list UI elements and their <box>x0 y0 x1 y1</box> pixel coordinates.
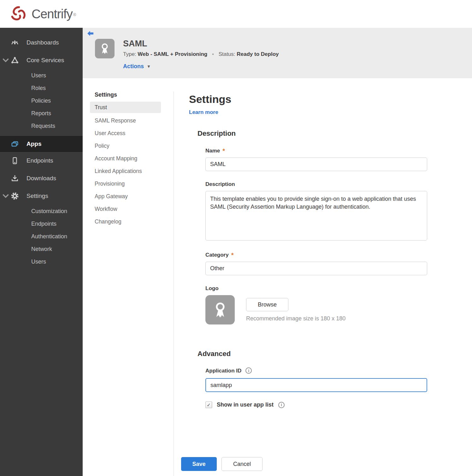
sidebar-item-dashboards[interactable]: Dashboards <box>0 34 83 51</box>
browse-button[interactable]: Browse <box>246 298 288 311</box>
logo-field: Logo <box>205 285 459 324</box>
status-value: Ready to Deploy <box>237 51 279 57</box>
info-icon[interactable]: i <box>278 402 285 408</box>
sidebar-item-label: Dashboards <box>27 39 59 46</box>
description-field: Description This template enables you to… <box>205 181 459 242</box>
settings-panel: Settings Learn more Description Name * <box>174 78 472 476</box>
subnav-item-app-gateway[interactable]: App Gateway <box>90 190 161 203</box>
sidebar-item-network[interactable]: Network <box>0 243 83 255</box>
type-label: Type: <box>123 51 136 57</box>
application-id-label: Application ID <box>205 368 241 374</box>
show-in-app-list-checkbox[interactable]: ✓ <box>205 402 212 408</box>
sidebar-item-apps[interactable]: Apps <box>0 136 83 152</box>
subnav-heading: Settings <box>95 92 174 98</box>
sidebar-item-label: Downloads <box>27 175 56 182</box>
logo-label: Logo <box>205 285 219 291</box>
chevron-down-icon[interactable] <box>2 192 10 200</box>
sidebar-item-authentication[interactable]: Authentication <box>0 230 83 243</box>
brand-name: Centrify <box>32 7 73 21</box>
subnav-item-label: Workflow <box>95 206 117 212</box>
advanced-section-heading: Advanced <box>198 350 459 358</box>
description-textarea[interactable]: This template enables you to provide sin… <box>205 191 427 241</box>
info-icon[interactable]: i <box>245 367 252 374</box>
sidebar-item-label: Apps <box>27 140 42 147</box>
save-button[interactable]: Save <box>181 457 217 471</box>
description-label: Description <box>205 181 235 187</box>
subnav-item-workflow[interactable]: Workflow <box>90 203 161 215</box>
sidebar-item-settings-endpoints[interactable]: Endpoints <box>0 217 83 230</box>
type-value: Web - SAML + Provisioning <box>138 51 207 57</box>
sidebar-item-endpoints[interactable]: Endpoints <box>0 152 83 170</box>
name-label: Name <box>205 148 220 154</box>
sidebar-item-core-services[interactable]: Core Services <box>0 51 83 69</box>
actions-label: Actions <box>123 63 144 70</box>
sidebar-item-customization[interactable]: Customization <box>0 205 83 217</box>
sidebar-item-label: Endpoints <box>27 157 53 164</box>
gear-icon <box>11 192 19 200</box>
subnav-item-user-access[interactable]: User Access <box>90 127 161 140</box>
sidebar-item-reports[interactable]: Reports <box>0 107 83 120</box>
meta-separator: • <box>212 51 214 57</box>
sidebar-subitem-label: Customization <box>31 208 67 215</box>
subnav-item-label: Changelog <box>95 218 121 225</box>
vertical-divider <box>174 92 174 476</box>
sidebar-subitem-label: Endpoints <box>31 221 56 227</box>
learn-more-link[interactable]: Learn more <box>189 109 218 116</box>
application-id-input[interactable] <box>205 378 427 392</box>
subnav-item-policy[interactable]: Policy <box>90 140 161 152</box>
download-icon <box>11 174 19 182</box>
required-asterisk: * <box>231 253 234 257</box>
sidebar-subitem-label: Policies <box>31 98 51 104</box>
category-input[interactable] <box>205 262 427 275</box>
sidebar-subitem-label: Network <box>31 246 52 253</box>
sidebar-subitem-label: Requests <box>31 123 55 129</box>
description-section-heading: Description <box>198 129 459 138</box>
cancel-button[interactable]: Cancel <box>221 457 263 471</box>
sidebar-subitem-label: Users <box>31 72 46 79</box>
chevron-down-icon[interactable] <box>2 56 10 64</box>
sidebar-item-settings-users[interactable]: Users <box>0 255 83 268</box>
show-in-app-list-label: Show in user app list <box>217 402 274 408</box>
status-label: Status: <box>219 51 235 57</box>
caret-down-icon: ▼ <box>147 64 151 69</box>
app-settings-subnav: Settings Trust SAML Response User Access… <box>83 78 174 476</box>
sidebar-item-roles[interactable]: Roles <box>0 82 83 94</box>
gauge-icon <box>11 39 19 47</box>
subnav-item-linked-applications[interactable]: Linked Applications <box>90 165 161 177</box>
subnav-item-label: Policy <box>95 143 109 149</box>
name-input[interactable] <box>205 158 427 171</box>
sidebar-item-downloads[interactable]: Downloads <box>0 170 83 187</box>
sidebar-item-label: Settings <box>27 193 48 199</box>
category-field: Category * <box>205 252 459 275</box>
sidebar-item-requests[interactable]: Requests <box>0 120 83 132</box>
name-field: Name * <box>205 148 459 171</box>
application-id-field: Application ID i <box>205 367 459 392</box>
sidebar-subitem-label: Authentication <box>31 233 67 240</box>
app-header: SAML Type: Web - SAML + Provisioning • S… <box>83 28 472 78</box>
subnav-item-label: Trust <box>95 104 107 111</box>
subnav-item-label: App Gateway <box>95 193 128 200</box>
description-section: Description Name * Description <box>198 129 459 324</box>
sidebar-item-policies[interactable]: Policies <box>0 94 83 107</box>
registered-mark: ® <box>73 12 76 17</box>
subnav-item-changelog[interactable]: Changelog <box>90 215 161 228</box>
actions-dropdown[interactable]: Actions ▼ <box>123 63 151 70</box>
page-title: Settings <box>189 93 459 105</box>
brand-logo: Centrify® <box>9 5 76 23</box>
subnav-item-account-mapping[interactable]: Account Mapping <box>90 152 161 165</box>
subnav-item-label: SAML Response <box>95 117 136 124</box>
subnav-item-label: Account Mapping <box>95 155 137 162</box>
sidebar-item-settings[interactable]: Settings <box>0 187 83 205</box>
subnav-item-label: Linked Applications <box>95 168 142 175</box>
sidebar-subitem-label: Users <box>31 259 46 265</box>
subnav-item-trust[interactable]: Trust <box>90 102 161 113</box>
subnav-item-provisioning[interactable]: Provisioning <box>90 177 161 190</box>
centrify-swirl-icon <box>9 5 27 23</box>
subnav-item-saml-response[interactable]: SAML Response <box>90 114 161 127</box>
subnav-item-label: Provisioning <box>95 181 125 187</box>
sidebar-item-users[interactable]: Users <box>0 69 83 82</box>
advanced-section: Advanced Application ID i ✓ Show in user… <box>198 350 459 408</box>
required-asterisk: * <box>222 149 225 153</box>
back-arrow-icon[interactable] <box>87 31 94 37</box>
ribbon-icon <box>211 300 230 319</box>
